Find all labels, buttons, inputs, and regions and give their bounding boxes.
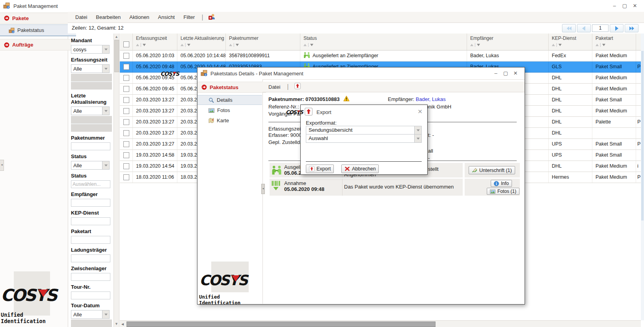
page-number-input[interactable]: 1 <box>592 24 609 32</box>
close-button[interactable]: ✕ <box>631 3 639 9</box>
menu-item[interactable]: Filter <box>179 12 199 22</box>
row-checkbox[interactable] <box>123 119 129 125</box>
column-header[interactable]: Paketnummer| <box>226 34 300 50</box>
selection-select[interactable]: Auswahl <box>306 134 422 143</box>
scroll-up-icon[interactable]: ▲ <box>114 35 119 39</box>
chevron-down-icon[interactable] <box>102 161 109 169</box>
minimize-button[interactable]: – <box>610 3 619 9</box>
menu-item-datei[interactable]: Datei <box>268 82 285 92</box>
sidebar-item-auftraege[interactable]: Aufträge <box>0 39 71 50</box>
last-page-button[interactable] <box>625 24 638 32</box>
filter-input[interactable] <box>71 180 110 188</box>
cancel-button[interactable]: Abbrechen <box>341 164 379 173</box>
row-checkbox[interactable] <box>123 141 129 147</box>
filter-input[interactable] <box>71 254 110 262</box>
menu-item[interactable]: Bearbeiten <box>91 12 125 22</box>
column-header[interactable]: Paketart| <box>592 34 636 50</box>
filter-select[interactable]: Alle <box>71 161 110 170</box>
row-checkbox[interactable] <box>123 64 129 70</box>
scroll-left-icon[interactable]: ◄ <box>121 322 125 326</box>
exportformat-select[interactable]: Sendungsübersicht <box>306 126 422 135</box>
sort-controls[interactable]: | <box>552 43 592 47</box>
column-header[interactable]: Letzte Aktualisierung| <box>177 34 226 50</box>
first-page-button[interactable] <box>562 24 576 32</box>
detail-fragment: t: - <box>428 132 434 138</box>
chevron-down-icon[interactable] <box>414 135 421 142</box>
chevron-down-icon[interactable] <box>102 310 109 318</box>
row-checkbox[interactable] <box>123 130 129 136</box>
chevron-down-icon[interactable] <box>414 126 421 134</box>
sidebar-item-paketstatus[interactable]: Paketstatus <box>0 24 76 36</box>
close-button[interactable]: ✕ <box>511 70 520 76</box>
info-button[interactable]: Info <box>491 180 512 187</box>
sort-controls[interactable]: | <box>596 43 636 47</box>
filter-range-panel[interactable] <box>71 320 112 327</box>
details-splitter-handle[interactable]: ◂ <box>261 184 265 194</box>
row-checkbox[interactable] <box>123 163 129 169</box>
horizontal-scrollbar-thumb[interactable] <box>127 321 436 327</box>
column-header[interactable]: Empfänger| <box>467 34 549 50</box>
row-checkbox[interactable] <box>123 97 129 103</box>
row-checkbox[interactable] <box>123 108 129 114</box>
maximize-button[interactable]: ▢ <box>620 3 629 9</box>
sort-controls[interactable]: | <box>229 43 300 47</box>
cell-paketart: Paket Small <box>592 62 636 72</box>
column-header[interactable]: Status| <box>300 34 467 50</box>
row-checkbox[interactable] <box>123 86 129 92</box>
horizontal-scrollbar[interactable]: ◄ <box>120 320 641 327</box>
menu-item[interactable]: Aktionen <box>125 12 154 22</box>
chevron-down-icon[interactable] <box>102 65 109 73</box>
scroll-down-icon[interactable]: ▼ <box>114 322 119 326</box>
filter-input[interactable] <box>71 199 110 207</box>
minimize-button[interactable]: – <box>491 70 500 76</box>
maximize-button[interactable]: ▢ <box>501 70 510 76</box>
sort-controls[interactable]: | <box>136 43 177 47</box>
filter-input[interactable] <box>71 217 110 225</box>
filter-input[interactable] <box>71 273 110 281</box>
sort-controls[interactable]: | <box>470 43 548 47</box>
filter-range-panel[interactable] <box>71 116 112 132</box>
export-icon[interactable] <box>294 83 301 91</box>
filter-select[interactable]: Alle <box>71 64 110 73</box>
details-nav-details[interactable]: Details <box>197 95 262 105</box>
chevron-down-icon[interactable] <box>102 107 109 115</box>
fotos-button[interactable]: Fotos (1) <box>487 188 519 195</box>
details-nav-karte[interactable]: Karte <box>197 116 262 125</box>
empfaenger-link[interactable]: Bader, Lukas <box>416 96 446 102</box>
filter-select[interactable]: Alle <box>71 310 110 319</box>
user-permissions-icon[interactable] <box>208 13 215 21</box>
next-page-button[interactable] <box>610 24 624 32</box>
filter-select[interactable]: cosys <box>71 45 110 54</box>
filter-select[interactable]: Alle <box>71 107 110 115</box>
export-confirm-button[interactable]: Export <box>306 164 334 173</box>
previous-page-button[interactable] <box>577 24 591 32</box>
filter-input[interactable] <box>71 236 110 244</box>
sidebar-section-pakete[interactable]: Pakete <box>0 13 71 24</box>
row-checkbox[interactable] <box>123 174 129 180</box>
sidebar-collapse-handle[interactable]: ◂ <box>0 160 4 171</box>
details-nav-fotos[interactable]: Fotos <box>197 105 262 115</box>
details-nav-section[interactable]: Paketstatus <box>197 82 266 93</box>
filter-scrollbar-thumb[interactable] <box>114 40 119 72</box>
table-row[interactable]: 05.06.2020 10:03 05.06.2020 10:14:48 356… <box>120 50 641 62</box>
filter-range-panel[interactable] <box>71 74 112 90</box>
vertical-scrollbar[interactable] <box>641 34 644 320</box>
column-header[interactable]: Erfassungszeit| <box>133 34 177 50</box>
menu-item[interactable]: Ansicht <box>154 12 179 22</box>
row-checkbox[interactable] <box>123 75 129 81</box>
sort-controls[interactable]: | <box>181 43 225 47</box>
filter-input[interactable] <box>71 142 110 150</box>
vertical-scrollbar-thumb[interactable] <box>641 51 644 220</box>
filter-input[interactable] <box>71 291 110 299</box>
filter-scrollbar[interactable]: ▲ ▼ <box>114 34 119 327</box>
close-icon[interactable]: ✕ <box>417 108 423 115</box>
select-all-checkbox[interactable] <box>123 41 129 47</box>
menu-item[interactable]: Datei <box>71 12 91 22</box>
sort-controls[interactable]: | <box>303 43 467 47</box>
chevron-down-icon[interactable] <box>102 45 109 53</box>
cell-erfassungszeit: 18.03.2020 11:06 <box>133 172 177 183</box>
row-checkbox[interactable] <box>123 53 129 59</box>
column-header[interactable]: KEP-Dienst| <box>549 34 592 50</box>
unterschrift-button[interactable]: Unterschrift (1) <box>469 166 515 174</box>
row-checkbox[interactable] <box>123 152 129 158</box>
